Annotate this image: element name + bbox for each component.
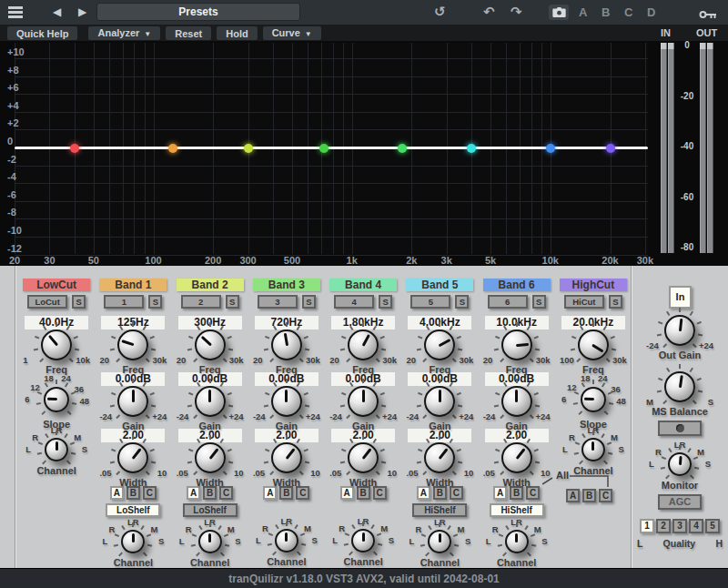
freq-knob-band3[interactable] xyxy=(271,329,302,360)
band-type-button-band4[interactable]: 4 xyxy=(334,295,374,309)
toolbar-button-hold[interactable]: Hold xyxy=(217,26,257,40)
abc-button-a-band5[interactable]: A xyxy=(417,486,430,500)
ms-balance-knob[interactable] xyxy=(664,371,695,402)
solo-button-band2[interactable]: S xyxy=(226,295,239,309)
abc-button-a-band6[interactable]: A xyxy=(493,486,507,500)
abc-button-c-band1[interactable]: C xyxy=(143,486,157,500)
all-abc-button-b[interactable]: B xyxy=(582,489,596,502)
history-icon[interactable]: ↺ xyxy=(434,3,446,21)
quality-button-4[interactable]: 4 xyxy=(689,519,703,533)
band-type-button-band1[interactable]: 1 xyxy=(104,295,144,309)
freq-knob-band1[interactable] xyxy=(117,329,148,360)
quality-button-5[interactable]: 5 xyxy=(705,519,720,533)
preset-forward-button[interactable]: ▶ xyxy=(78,5,86,18)
all-abc-button-c[interactable]: C xyxy=(599,489,612,502)
gain-knob-band4[interactable] xyxy=(348,386,379,417)
preset-back-button[interactable]: ◀ xyxy=(53,5,61,18)
abc-button-b-band4[interactable]: B xyxy=(357,486,370,500)
freq-knob-highcut[interactable] xyxy=(578,329,609,360)
snapshot-camera-button[interactable] xyxy=(549,5,569,20)
gain-knob-band1[interactable] xyxy=(117,386,148,417)
channel-knob-lowcut[interactable] xyxy=(45,438,68,461)
quality-button-2[interactable]: 2 xyxy=(656,519,671,533)
eq-band-dot-band1[interactable] xyxy=(168,144,177,153)
band-type-button-band3[interactable]: 3 xyxy=(258,295,298,309)
toolbar-button-analyzer[interactable]: Analyzer▼ xyxy=(88,26,160,40)
eq-band-dot-band6[interactable] xyxy=(546,144,555,153)
solo-button-band6[interactable]: S xyxy=(532,295,546,309)
eq-band-dot-highcut[interactable] xyxy=(606,144,615,153)
solo-button-band5[interactable]: S xyxy=(455,295,469,309)
redo-icon[interactable]: ↷ xyxy=(511,3,522,21)
eq-band-dot-band5[interactable] xyxy=(467,144,476,153)
gain-knob-band6[interactable] xyxy=(501,386,532,417)
slope-knob-highcut[interactable] xyxy=(581,387,606,412)
abc-button-b-band5[interactable]: B xyxy=(433,486,447,500)
freq-knob-lowcut[interactable] xyxy=(41,329,72,360)
width-knob-band1[interactable] xyxy=(117,442,148,473)
abc-button-b-band2[interactable]: B xyxy=(203,486,217,500)
channel-knob-band2[interactable] xyxy=(198,530,222,553)
gain-knob-band2[interactable] xyxy=(195,386,226,417)
undo-icon[interactable]: ↶ xyxy=(483,3,495,21)
width-knob-band3[interactable] xyxy=(271,442,302,473)
shelf-button-band6[interactable]: HiShelf xyxy=(490,503,544,517)
all-abc-button-a[interactable]: A xyxy=(566,489,580,502)
abc-button-c-band4[interactable]: C xyxy=(373,486,387,500)
eq-band-dot-lowcut[interactable] xyxy=(70,144,79,153)
abc-button-c-band2[interactable]: C xyxy=(219,486,233,500)
eq-band-dot-band2[interactable] xyxy=(244,144,253,153)
quality-button-3[interactable]: 3 xyxy=(672,519,687,533)
solo-button-band4[interactable]: S xyxy=(379,295,392,309)
band-type-button-lowcut[interactable]: LoCut xyxy=(27,295,67,309)
menu-icon[interactable] xyxy=(8,6,23,18)
eq-band-dot-band4[interactable] xyxy=(398,144,407,153)
channel-knob-band6[interactable] xyxy=(505,530,529,553)
freq-knob-band5[interactable] xyxy=(424,329,455,360)
band-type-button-highcut[interactable]: HiCut xyxy=(564,295,604,309)
monitor-power-button[interactable] xyxy=(658,421,702,436)
snapshot-c-button[interactable]: C xyxy=(624,5,632,19)
eq-band-dot-band3[interactable] xyxy=(319,144,329,153)
abc-button-c-band5[interactable]: C xyxy=(450,486,463,500)
abc-button-a-band3[interactable]: A xyxy=(263,486,277,500)
channel-knob-band1[interactable] xyxy=(121,530,145,553)
freq-knob-band2[interactable] xyxy=(195,329,226,360)
snapshot-d-button[interactable]: D xyxy=(647,5,655,19)
abc-button-c-band3[interactable]: C xyxy=(296,486,309,500)
toolbar-button-reset[interactable]: Reset xyxy=(166,26,211,40)
abc-button-b-band3[interactable]: B xyxy=(279,486,293,500)
gain-knob-band3[interactable] xyxy=(271,386,302,417)
toolbar-button-curve[interactable]: Curve▼ xyxy=(263,26,321,40)
freq-knob-band6[interactable] xyxy=(501,329,532,360)
band-type-button-band5[interactable]: 5 xyxy=(410,295,450,309)
abc-button-a-band2[interactable]: A xyxy=(187,486,200,500)
shelf-button-band5[interactable]: HiShelf xyxy=(412,503,467,517)
presets-field[interactable]: Presets xyxy=(96,3,300,21)
band-type-button-band2[interactable]: 2 xyxy=(181,295,221,309)
shelf-button-band2[interactable]: LoShelf xyxy=(183,503,238,517)
abc-button-a-band4[interactable]: A xyxy=(340,486,354,500)
solo-button-band3[interactable]: S xyxy=(302,295,316,309)
solo-button-band1[interactable]: S xyxy=(148,295,162,309)
solo-button-highcut[interactable]: S xyxy=(609,295,622,309)
solo-button-lowcut[interactable]: S xyxy=(72,295,86,309)
slope-knob-lowcut[interactable] xyxy=(44,387,69,412)
abc-button-b-band6[interactable]: B xyxy=(510,486,523,500)
channel-knob-band5[interactable] xyxy=(428,530,451,553)
quality-button-1[interactable]: 1 xyxy=(640,519,654,533)
freq-knob-band4[interactable] xyxy=(348,329,379,360)
channel-knob-band3[interactable] xyxy=(275,529,298,553)
abc-button-b-band1[interactable]: B xyxy=(126,486,140,500)
shelf-button-band1[interactable]: LoShelf xyxy=(106,503,160,517)
width-knob-band4[interactable] xyxy=(348,442,379,473)
toolbar-button-quick-help[interactable]: Quick Help xyxy=(7,26,77,40)
channel-knob-highcut[interactable] xyxy=(581,438,605,461)
out-gain-knob[interactable] xyxy=(664,315,695,346)
in-button[interactable]: In xyxy=(669,286,692,309)
snapshot-a-button[interactable]: A xyxy=(579,5,587,19)
snapshot-b-button[interactable]: B xyxy=(602,5,610,19)
agc-button[interactable]: AGC xyxy=(658,494,702,510)
width-knob-band5[interactable] xyxy=(424,442,455,473)
abc-button-a-band1[interactable]: A xyxy=(110,486,124,500)
